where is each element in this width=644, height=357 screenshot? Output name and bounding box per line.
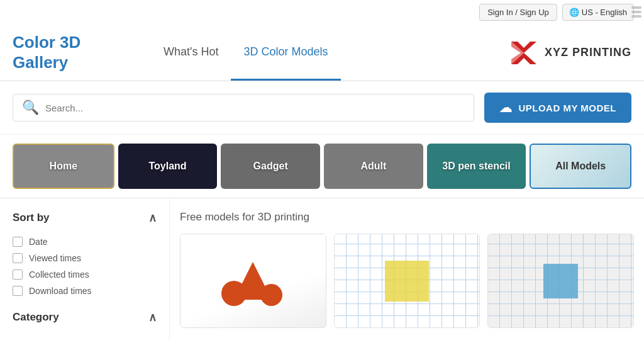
filter-date[interactable]: Date [13,234,157,250]
filter-collected-label: Collected times [29,269,89,280]
category-filter-label: Category [13,311,59,324]
logo-line1: Color 3D [13,33,113,52]
category-3dpen[interactable]: 3D pen stencil [427,144,526,189]
filter-viewed-checkbox[interactable] [13,253,23,263]
search-section: 🔍 ☁ UPLOAD MY MODEL [0,81,644,135]
category-adult[interactable]: Adult [324,144,423,189]
main-nav: What's Hot 3D Color Models [151,25,508,81]
model-card-1[interactable] [180,234,326,328]
category-home-label: Home [50,161,77,172]
category-all[interactable]: All Models [530,144,631,189]
filter-viewed[interactable]: Viewed times [13,250,157,266]
category-toyland-label: Toyland [148,161,186,172]
brand-logo-area: XYZ PRINTING [508,40,631,65]
logo-line2: Gallery [13,53,113,72]
category-gadget-label: Gadget [253,161,288,172]
category-3dpen-label: 3D pen stencil [442,161,510,172]
filter-viewed-label: Viewed times [29,253,81,263]
category-toyland[interactable]: Toyland [118,144,218,189]
models-grid [180,234,634,328]
category-chevron-icon: ∧ [148,310,157,324]
filter-date-checkbox[interactable] [13,237,23,247]
model-card-2[interactable] [334,234,480,328]
category-filter-header[interactable]: Category ∧ [13,310,157,324]
filter-download-checkbox[interactable] [13,286,23,296]
blue-square [543,264,578,298]
filter-download-label: Download times [29,286,92,296]
models-area: Free models for 3D printing [170,198,644,341]
search-input[interactable] [45,103,465,113]
yellow-square [385,261,429,302]
cone-shape [234,262,272,300]
tab-whats-hot[interactable]: What's Hot [151,25,231,81]
model-thumb-3 [488,234,633,327]
sort-by-header[interactable]: Sort by ∧ [13,211,157,225]
tab-3d-color-models[interactable]: 3D Color Models [231,25,340,81]
filter-download[interactable]: Download times [13,283,157,299]
xyz-text: XYZ PRINTING [545,46,631,59]
categories-bar: Home Toyland Gadget Adult 3D pen stencil… [0,135,644,198]
model-thumb-1 [180,234,326,327]
sort-chevron-icon: ∧ [148,211,157,225]
globe-icon: 🌐 [569,8,579,17]
xyz-logo: XYZ PRINTING [508,40,631,65]
sign-in-button[interactable]: Sign In / Sign Up [479,4,557,21]
logo[interactable]: Color 3D Gallery [13,33,113,72]
xyz-logo-icon [508,40,540,65]
category-gadget[interactable]: Gadget [221,144,320,189]
category-home[interactable]: Home [13,144,114,189]
language-selector[interactable]: 🌐 US - English [562,4,634,21]
orange-shape [234,262,272,300]
top-bar: Sign In / Sign Up 🌐 US - English [0,0,644,25]
category-all-label: All Models [555,161,606,172]
filter-collected[interactable]: Collected times [13,266,157,283]
sort-by-label: Sort by [13,212,50,224]
category-adult-label: Adult [360,161,386,172]
models-title: Free models for 3D printing [180,211,634,224]
language-label: US - English [582,8,627,17]
model-thumb-2 [335,234,480,327]
filter-collected-checkbox[interactable] [13,269,23,280]
upload-cloud-icon: ☁ [499,100,513,115]
upload-label: UPLOAD MY MODEL [518,103,616,113]
main-content: Sort by ∧ Date Viewed times Collected ti… [0,198,644,341]
header: Color 3D Gallery What's Hot 3D Color Mod… [0,25,644,81]
search-wrapper: 🔍 [13,94,474,122]
sidebar: Sort by ∧ Date Viewed times Collected ti… [0,198,170,341]
upload-button[interactable]: ☁ UPLOAD MY MODEL [484,93,631,123]
search-icon: 🔍 [22,99,39,116]
filter-date-label: Date [29,237,48,247]
model-card-3[interactable] [487,234,634,328]
